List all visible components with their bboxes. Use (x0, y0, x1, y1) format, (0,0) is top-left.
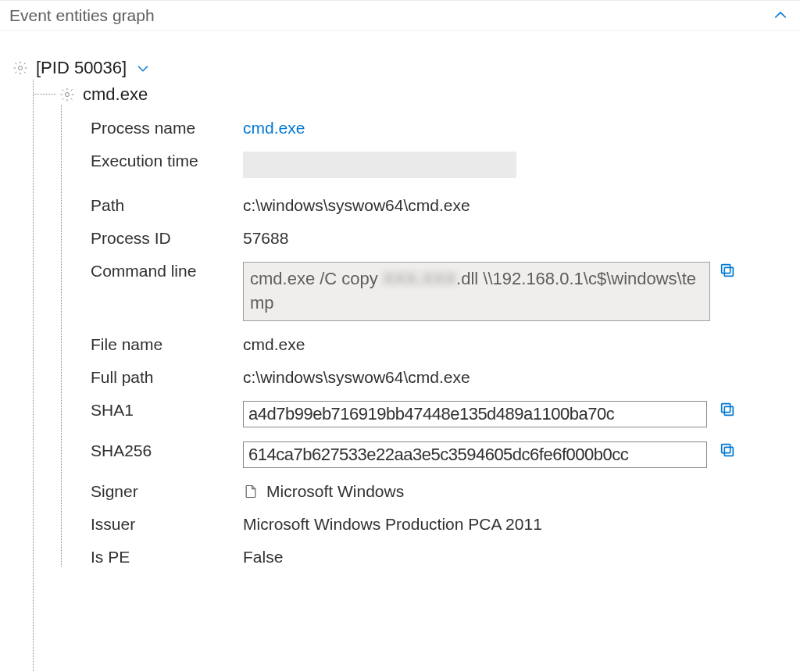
value-is-pe: False (243, 548, 712, 567)
label-sha1: SHA1 (91, 401, 243, 420)
row-process-name: Process name cmd.exe (91, 119, 800, 138)
copy-icon[interactable] (719, 401, 736, 418)
label-command-line: Command line (91, 262, 243, 281)
value-exec-time (243, 152, 712, 182)
redacted-block (243, 152, 516, 178)
copy-icon[interactable] (719, 262, 736, 279)
label-signer: Signer (91, 482, 243, 501)
value-process-name[interactable]: cmd.exe (243, 119, 712, 138)
row-full-path: Full path c:\windows\syswow64\cmd.exe (91, 368, 800, 387)
row-file-name: File name cmd.exe (91, 335, 800, 354)
row-sha256: SHA256 614ca7b627533e22aa3e5c3594605dc6f… (91, 441, 800, 468)
gear-icon (59, 87, 75, 102)
value-path: c:\windows\syswow64\cmd.exe (243, 196, 712, 215)
tree-child-node[interactable]: cmd.exe (33, 80, 800, 105)
label-file-name: File name (91, 335, 243, 354)
svg-rect-2 (724, 267, 733, 276)
value-signer: Microsoft Windows (243, 482, 712, 501)
svg-rect-6 (724, 447, 733, 456)
gear-icon (12, 60, 28, 76)
expand-node-icon[interactable] (134, 59, 152, 77)
value-file-name: cmd.exe (243, 335, 712, 354)
cmdline-redacted: XXX.XXX (383, 269, 456, 288)
panel-title: Event entities graph (9, 6, 155, 25)
copy-icon[interactable] (719, 441, 736, 459)
svg-rect-3 (722, 265, 730, 273)
sha256-box[interactable]: 614ca7b627533e22aa3e5c3594605dc6fe6f000b… (243, 441, 707, 468)
label-full-path: Full path (91, 368, 243, 387)
label-exec-time: Execution time (91, 152, 243, 170)
svg-point-1 (66, 93, 70, 97)
label-path: Path (91, 196, 243, 215)
svg-rect-4 (724, 406, 733, 415)
row-process-id: Process ID 57688 (91, 229, 800, 248)
svg-rect-5 (722, 403, 730, 412)
value-issuer: Microsoft Windows Production PCA 2011 (243, 515, 712, 534)
svg-rect-7 (722, 444, 730, 452)
sha1-box[interactable]: a4d7b99eb716919bb47448e135d489a1100ba70c (243, 401, 707, 427)
tree-child-label: cmd.exe (83, 84, 148, 105)
command-line-box[interactable]: cmd.exe /C copy XXX.XXX.dll \\192.168.0.… (243, 262, 710, 321)
label-is-pe: Is PE (91, 548, 243, 567)
label-issuer: Issuer (91, 515, 243, 534)
panel-header[interactable]: Event entities graph (0, 0, 800, 31)
value-full-path: c:\windows\syswow64\cmd.exe (243, 368, 712, 387)
collapse-panel-icon[interactable] (770, 5, 791, 26)
row-issuer: Issuer Microsoft Windows Production PCA … (91, 515, 800, 534)
row-command-line: Command line cmd.exe /C copy XXX.XXX.dll… (91, 262, 800, 321)
row-sha1: SHA1 a4d7b99eb716919bb47448e135d489a1100… (91, 401, 800, 427)
row-exec-time: Execution time (91, 152, 800, 182)
row-signer: Signer Microsoft Windows (91, 482, 800, 501)
svg-point-0 (19, 66, 23, 70)
label-process-id: Process ID (91, 229, 243, 248)
value-sha256: 614ca7b627533e22aa3e5c3594605dc6fe6f000b… (243, 441, 712, 468)
row-is-pe: Is PE False (91, 548, 800, 567)
value-process-id: 57688 (243, 229, 712, 248)
row-path: Path c:\windows\syswow64\cmd.exe (91, 196, 800, 215)
value-command-line: cmd.exe /C copy XXX.XXX.dll \\192.168.0.… (243, 262, 712, 321)
entity-details: Process name cmd.exe Execution time Path… (91, 105, 800, 567)
tree-root-node[interactable]: [PID 50036] (12, 58, 800, 78)
tree-root-label: [PID 50036] (36, 58, 127, 78)
value-sha1: a4d7b99eb716919bb47448e135d489a1100ba70c (243, 401, 712, 427)
certificate-icon (243, 484, 259, 499)
label-process-name: Process name (91, 119, 243, 138)
label-sha256: SHA256 (91, 441, 243, 460)
